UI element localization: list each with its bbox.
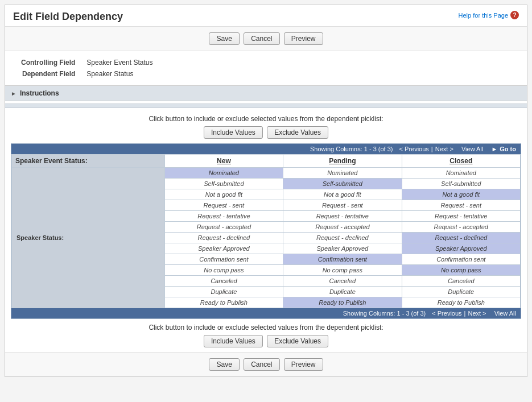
bottom-toolbar: Save Cancel Preview (5, 352, 527, 376)
table-cell[interactable]: Not a good fit (164, 189, 283, 200)
cancel-button[interactable]: Cancel (244, 32, 279, 45)
bottom-nav-showing: Showing Columns: 1 - 3 (of 3) (343, 310, 426, 317)
include-description: Click button to include or exclude selec… (10, 115, 522, 123)
table-cell[interactable]: Duplicate (164, 287, 283, 297)
instructions-arrow-icon: ► (11, 90, 17, 97)
top-nav-goto[interactable]: Go to (500, 146, 516, 152)
bottom-nav-bar: Showing Columns: 1 - 3 (of 3) < Previous… (11, 308, 521, 318)
table-col-header-closed: Closed (402, 155, 520, 168)
exclude-values-button-bottom[interactable]: Exclude Values (267, 335, 328, 347)
col-pending-label: Pending (329, 157, 356, 165)
main-table-wrapper: Showing Columns: 1 - 3 (of 3) < Previous… (11, 143, 521, 319)
table-cell[interactable]: Request - sent (164, 200, 283, 211)
table-cell[interactable]: Nominated (402, 168, 520, 179)
help-icon: ? (510, 11, 519, 19)
table-cell[interactable]: Request - accepted (283, 222, 402, 233)
field-info: Controlling Field Speaker Event Status D… (5, 51, 527, 85)
table-cell[interactable]: Speaker Approved (283, 243, 402, 254)
instructions-section: ► Instructions (5, 85, 527, 101)
table-cell[interactable]: Nominated (164, 168, 283, 179)
top-nav-bar: Showing Columns: 1 - 3 (of 3) < Previous… (11, 144, 521, 154)
table-row-label: Speaker Status: (12, 168, 165, 308)
dependent-field-value: Speaker Status (82, 68, 157, 80)
table-col-header-new: New (164, 155, 283, 168)
bottom-nav-pipe1: | (464, 310, 466, 317)
table-cell[interactable]: Request - tentative (402, 211, 520, 222)
table-cell[interactable]: Request - accepted (164, 222, 283, 233)
top-nav-showing: Showing Columns: 1 - 3 (of 3) (310, 146, 393, 152)
bottom-nav-next[interactable]: Next > (468, 310, 486, 317)
table-cell[interactable]: Ready to Publish (283, 297, 402, 308)
top-nav-next[interactable]: Next > (435, 146, 453, 152)
table-cell[interactable]: Self-submitted (283, 179, 402, 189)
table-cell[interactable]: Duplicate (402, 287, 520, 297)
table-cell[interactable]: Speaker Approved (164, 243, 283, 254)
exclude-values-button-top[interactable]: Exclude Values (267, 126, 328, 139)
bottom-nav-prev[interactable]: < Previous (432, 310, 461, 317)
bottom-nav-space (489, 310, 492, 317)
bottom-include-btn-row: Include Values Exclude Values (10, 335, 522, 347)
table-cell[interactable]: Ready to Publish (164, 297, 283, 308)
table-cell[interactable]: Request - declined (164, 233, 283, 243)
top-nav-view-all[interactable]: View All (461, 146, 483, 152)
table-cell[interactable]: Confirmation sent (402, 254, 520, 265)
bottom-nav-view-all[interactable]: View All (494, 310, 516, 317)
table-cell[interactable]: No comp pass (164, 265, 283, 276)
preview-button[interactable]: Preview (284, 32, 323, 45)
table-cell[interactable]: Self-submitted (164, 179, 283, 189)
include-values-button-bottom[interactable]: Include Values (204, 335, 263, 347)
table-col-header-rowlabel: Speaker Event Status: (12, 155, 165, 168)
table-cell[interactable]: Request - sent (402, 200, 520, 211)
table-cell[interactable]: Canceled (402, 276, 520, 287)
table-cell[interactable]: Request - accepted (402, 222, 520, 233)
instructions-label: Instructions (20, 89, 59, 97)
table-cell[interactable]: Request - declined (283, 233, 402, 243)
top-nav-separator1 (395, 146, 397, 152)
divider-bar (5, 103, 527, 108)
table-cell[interactable]: Request - tentative (283, 211, 402, 222)
table-cell[interactable]: Not a good fit (402, 189, 520, 200)
dependent-field-label: Dependent Field (17, 68, 82, 80)
top-nav-space2 (485, 146, 489, 152)
top-nav-pipe1: | (431, 146, 433, 152)
col-new-label: New (217, 157, 231, 165)
table-cell[interactable]: Confirmation sent (164, 254, 283, 265)
table-cell[interactable]: Self-submitted (402, 179, 520, 189)
bottom-include-section: Click button to include or exclude selec… (5, 319, 527, 352)
table-cell[interactable]: Nominated (283, 168, 402, 179)
controlling-field-value: Speaker Event Status (82, 57, 157, 68)
table-cell[interactable]: No comp pass (402, 265, 520, 276)
bottom-nav-separator1 (428, 310, 430, 317)
table-cell[interactable]: Request - sent (283, 200, 402, 211)
data-table: Speaker Event Status: New Pending Closed… (11, 154, 521, 308)
table-cell[interactable]: Duplicate (283, 287, 402, 297)
include-btn-row: Include Values Exclude Values (10, 126, 522, 139)
page-header: Edit Field Dependency Help for this Page… (5, 5, 527, 27)
help-link-text: Help for this Page (459, 12, 508, 19)
col-closed-label: Closed (449, 157, 472, 165)
table-cell[interactable]: Request - declined (402, 233, 520, 243)
save-button[interactable]: Save (209, 32, 239, 45)
help-link[interactable]: Help for this Page ? (459, 11, 519, 19)
top-toolbar: Save Cancel Preview (5, 27, 527, 51)
page-wrapper: Edit Field Dependency Help for this Page… (5, 5, 527, 377)
table-cell[interactable]: Ready to Publish (402, 297, 520, 308)
table-cell[interactable]: Canceled (283, 276, 402, 287)
instructions-header[interactable]: ► Instructions (5, 85, 527, 101)
top-nav-space (456, 146, 459, 152)
table-row: Speaker Status:NominatedNominatedNominat… (12, 168, 521, 179)
table-cell[interactable]: Not a good fit (283, 189, 402, 200)
preview-button-bottom[interactable]: Preview (284, 358, 323, 371)
table-cell[interactable]: Speaker Approved (402, 243, 520, 254)
include-values-button-top[interactable]: Include Values (204, 126, 263, 139)
table-cell[interactable]: Request - tentative (164, 211, 283, 222)
bottom-include-description: Click button to include or exclude selec… (10, 324, 522, 331)
page-title: Edit Field Dependency (13, 11, 123, 23)
top-include-section: Click button to include or exclude selec… (5, 110, 527, 143)
cancel-button-bottom[interactable]: Cancel (244, 358, 279, 371)
save-button-bottom[interactable]: Save (209, 358, 239, 371)
top-nav-prev[interactable]: < Previous (399, 146, 429, 152)
table-cell[interactable]: No comp pass (283, 265, 402, 276)
table-cell[interactable]: Canceled (164, 276, 283, 287)
table-cell[interactable]: Confirmation sent (283, 254, 402, 265)
